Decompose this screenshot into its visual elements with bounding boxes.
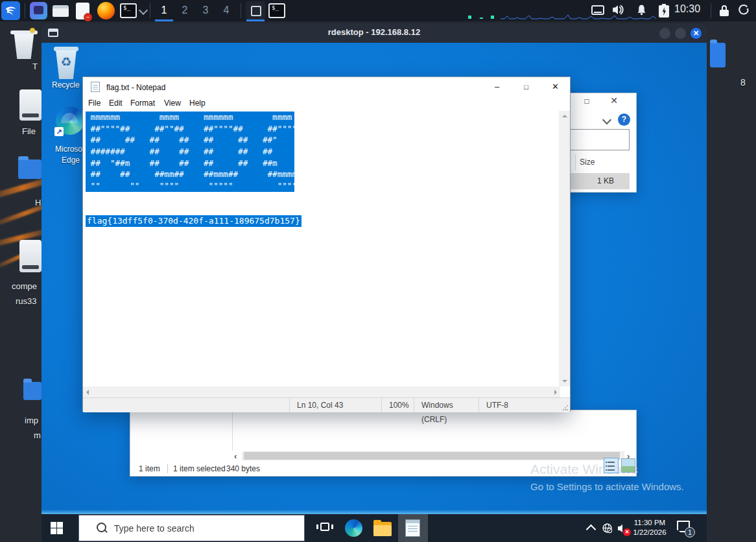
menu-file[interactable]: File	[88, 99, 100, 108]
menu-edit[interactable]: Edit	[109, 99, 123, 108]
workspace-4[interactable]: 4	[217, 0, 236, 21]
notepad-close-button[interactable]: ✕	[541, 77, 570, 97]
terminal-window-icon[interactable]: $_	[120, 3, 137, 18]
workspace-3-label: 3	[203, 5, 209, 16]
close-button[interactable]: ✕	[691, 28, 702, 39]
bell-icon[interactable]	[636, 4, 647, 16]
menu-view[interactable]: View	[164, 99, 181, 108]
drive-icon[interactable]	[19, 240, 41, 272]
display-icon[interactable]	[591, 5, 604, 15]
workspace-1-label: 1	[161, 5, 167, 16]
ascii-art-selection: mmmmmm mmmm mmmmmm mmmm ##""""## ##""## …	[86, 112, 294, 192]
file-size-value: 1 KB	[597, 176, 614, 185]
ascii-art-line: ## ## ##mm## ##mmm## ##mmmm#	[86, 169, 294, 180]
explorer-close-button[interactable]: ✕	[608, 95, 620, 106]
edge-label-line2: Edge	[62, 156, 80, 165]
taskbar-notepad-button[interactable]	[398, 514, 428, 542]
cursor-position: Ln 10, Col 43	[289, 398, 381, 412]
start-button[interactable]	[41, 514, 72, 542]
host-clock[interactable]: 10:30	[674, 3, 700, 15]
monitor-dot	[491, 16, 494, 19]
action-center-button[interactable]: 1	[677, 521, 695, 537]
terminal-app-icon[interactable]	[30, 2, 47, 19]
taskbar-explorer-icon[interactable]	[373, 522, 392, 536]
notepad-icon	[91, 82, 100, 92]
vertical-scrollbar[interactable]	[559, 111, 570, 386]
right-folder-icon[interactable]	[710, 43, 726, 67]
screen: – $_ 1 2 3 4 $_ 10:30 T	[0, 0, 756, 542]
rdesktop-titlebar[interactable]: rdesktop - 192.168.8.12 ✕	[41, 23, 707, 43]
monitor-dot	[480, 18, 483, 19]
power-icon[interactable]	[738, 4, 750, 16]
scroll-right-arrow[interactable]	[554, 390, 557, 395]
notepad-minimize-button[interactable]: –	[482, 77, 512, 97]
size-column-header[interactable]: Size	[580, 158, 595, 167]
notepad-titlebar[interactable]: flag.txt - Notepad – □ ✕	[83, 77, 570, 97]
notepad-maximize-button[interactable]: □	[512, 77, 541, 97]
maximize-button[interactable]	[675, 28, 686, 39]
thumbnail-view-button[interactable]	[621, 458, 635, 473]
notification-badge: 1	[685, 527, 695, 537]
panel-separator	[25, 3, 25, 18]
minimize-button[interactable]	[659, 28, 670, 39]
recycle-bin-icon[interactable]: ♻	[52, 47, 80, 79]
ribbon-collapse-chevron-icon[interactable]	[602, 115, 611, 124]
resize-grip[interactable]	[562, 405, 569, 411]
workspace-3[interactable]: 3	[196, 0, 215, 21]
ascii-art-line: ## ## ## ## ## ## ##"	[86, 134, 294, 146]
trash-label: T	[32, 62, 38, 71]
ascii-art-line: ####### ## ## ## ## ##	[86, 146, 294, 158]
details-view-button[interactable]	[604, 458, 619, 473]
host-desktop-right: 8	[707, 21, 756, 542]
horizontal-scrollbar[interactable]	[83, 386, 560, 397]
encoding: UTF-8	[478, 398, 560, 412]
ascii-art-line: "" "" """" """"" """"	[86, 180, 294, 192]
trash-icon[interactable]	[12, 30, 36, 60]
taskbar-date: 1/22/2026	[628, 528, 671, 537]
workspace-1[interactable]: 1	[154, 0, 174, 21]
taskbar-edge-icon[interactable]	[345, 519, 362, 537]
taskbar-clock[interactable]: 11:30 PM 1/22/2026	[628, 518, 671, 537]
explorer-maximize-button[interactable]: □	[580, 97, 593, 106]
workspace-2-label: 2	[182, 5, 188, 16]
desktop-glow	[41, 510, 707, 514]
ascii-art-line: mmmmmm mmmm mmmmmm mmmm	[86, 112, 294, 123]
taskbar-time: 11:30 PM	[628, 518, 671, 528]
scroll-up-arrow[interactable]	[562, 115, 567, 117]
firefox-icon[interactable]	[97, 2, 115, 19]
scroll-left-arrow[interactable]: ‹	[234, 451, 237, 461]
scrollbar-thumb[interactable]	[244, 452, 620, 460]
notepad-title: flag.txt - Notepad	[106, 83, 165, 92]
menu-help[interactable]: Help	[189, 99, 206, 108]
scroll-left-arrow[interactable]	[86, 390, 89, 395]
file-manager-icon[interactable]	[52, 2, 69, 19]
home-folder-icon[interactable]	[18, 159, 41, 179]
battery-charging-icon[interactable]	[659, 4, 669, 18]
taskbar-search[interactable]	[78, 515, 305, 541]
menu-format[interactable]: Format	[130, 99, 155, 108]
notepad-text-area[interactable]: mmmmmm mmmm mmmmmm mmmm ##""""## ##""## …	[83, 111, 560, 386]
tray-chevron-up-icon[interactable]	[586, 524, 597, 535]
help-icon[interactable]: ?	[618, 113, 630, 126]
horizontal-scrollbar[interactable]	[242, 451, 624, 460]
chevron-down-icon[interactable]	[139, 6, 148, 15]
line-endings: Windows (CRLF)	[414, 398, 478, 412]
edge-desktop-icon[interactable]: ↗	[56, 106, 84, 135]
text-editor-icon[interactable]: –	[76, 3, 89, 19]
kali-menu-button[interactable]	[1, 1, 20, 20]
workspace-2[interactable]: 2	[175, 0, 195, 21]
lock-icon[interactable]	[718, 4, 730, 17]
folder-icon[interactable]	[23, 382, 41, 400]
task-view-icon[interactable]	[316, 521, 335, 535]
speaker-icon[interactable]	[612, 4, 624, 16]
rdesktop-window-button[interactable]	[246, 1, 265, 19]
folder-label-line2: m	[34, 430, 41, 440]
scroll-down-arrow[interactable]	[562, 380, 567, 383]
terminal-window-button[interactable]: $_	[268, 3, 285, 18]
filesystem-drive-icon[interactable]	[19, 89, 41, 121]
network-no-internet-icon[interactable]	[602, 523, 613, 534]
home-label: H	[35, 198, 41, 207]
rdesktop-window: rdesktop - 192.168.8.12 ✕ ♻ Recycle B ↗ …	[41, 23, 707, 542]
zoom-level: 100%	[381, 398, 414, 412]
search-input[interactable]	[113, 515, 297, 541]
